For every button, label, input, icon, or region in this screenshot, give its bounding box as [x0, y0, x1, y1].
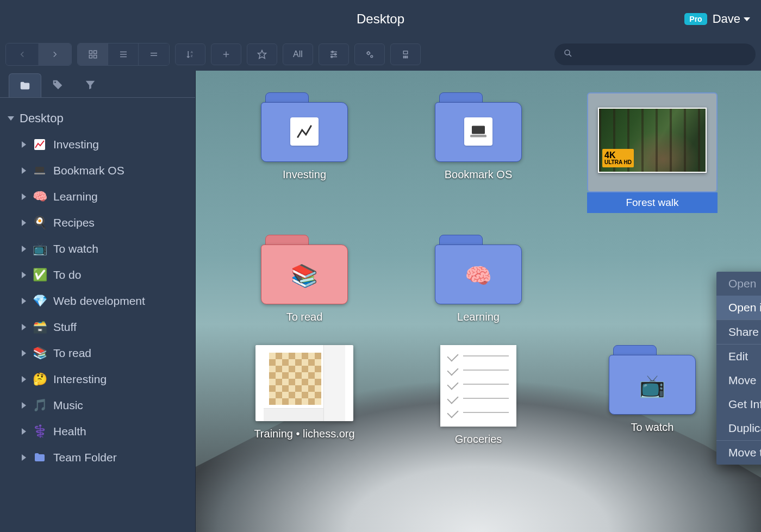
preferences-button[interactable] [354, 43, 385, 65]
4k-badge: 4KULTRA HD [602, 149, 634, 167]
sidebar-item-label: To read [53, 347, 91, 360]
desktop-item-training-lichess-org[interactable]: Training • lichess.org [239, 345, 370, 446]
svg-rect-22 [403, 51, 408, 54]
sidebar-item-web-development[interactable]: 💎Web development [18, 288, 190, 314]
desktop-item-learning[interactable]: 🧠Learning [413, 235, 544, 323]
folder-icon [19, 80, 31, 92]
search-icon [563, 48, 573, 60]
books-icon: 📚 [291, 263, 318, 289]
sidebar-item-label: Music [53, 399, 83, 412]
sidebar-item-label: Recipes [53, 216, 95, 229]
desktop-item-bookmark-os[interactable]: Bookmark OS [413, 92, 544, 213]
sidebar-tab-folders[interactable] [9, 73, 41, 97]
sidebar-item-label: Health [53, 425, 86, 438]
filter-all-button[interactable]: All [283, 43, 313, 65]
context-menu-item-move-to-trash[interactable]: Move to Trash [716, 441, 761, 465]
context-menu-item-share[interactable]: Share [716, 320, 761, 344]
sidebar-item-icon: 🧠 [33, 190, 47, 204]
disclosure-triangle-icon [22, 141, 26, 148]
plus-icon [221, 49, 231, 59]
desktop-item-investing[interactable]: Investing [239, 92, 370, 213]
settings-sliders-button[interactable] [319, 43, 349, 65]
svg-point-26 [403, 57, 404, 58]
context-menu-item-duplicate[interactable]: Duplicate [716, 416, 761, 440]
sidebar-item-to-do[interactable]: ✅To do [18, 262, 190, 288]
sidebar-item-learning[interactable]: 🧠Learning [18, 184, 190, 210]
desktop-area[interactable]: InvestingBookmark OS4KULTRA HDForest wal… [196, 71, 761, 532]
layout-button[interactable] [390, 43, 421, 65]
chevron-left-icon [17, 49, 27, 59]
sidebar-item-label: Team Folder [53, 451, 117, 464]
sidebar-item-to-watch[interactable]: 📺To watch [18, 236, 190, 262]
svg-point-29 [565, 50, 570, 55]
sidebar-item-icon: ⚕️ [33, 424, 47, 439]
checkmark-icon [447, 350, 458, 361]
grid-view-button[interactable] [78, 43, 108, 65]
sidebar-item-to-read[interactable]: 📚To read [18, 340, 190, 366]
tv-icon: 📺 [639, 373, 666, 399]
folder-icon: 📚 [261, 235, 348, 304]
sidebar-item-icon: 🗃️ [33, 320, 47, 334]
context-menu-item-move[interactable]: Move [716, 368, 761, 392]
sidebar-tab-tags[interactable] [41, 73, 74, 97]
filter-all-label: All [293, 49, 303, 59]
desktop-item-to-watch[interactable]: 📺To watch [587, 345, 718, 446]
desktop-item-label: Learning [457, 311, 500, 323]
sort-button[interactable]: AZ [175, 43, 205, 65]
list-view-button[interactable] [108, 43, 139, 65]
sidebar-item-icon: 🎵 [33, 398, 47, 412]
svg-point-31 [54, 82, 56, 83]
disclosure-triangle-icon [22, 454, 26, 461]
tree-root-desktop[interactable]: Desktop [5, 105, 190, 132]
favorite-button[interactable] [247, 43, 277, 65]
context-menu-item-open[interactable]: Open [716, 272, 761, 296]
context-menu-item-get-info[interactable]: Get Info [716, 392, 761, 416]
sidebar-item-health[interactable]: ⚕️Health [18, 418, 190, 445]
user-menu[interactable]: Dave [713, 12, 750, 26]
laptop-icon [464, 117, 492, 146]
svg-rect-36 [470, 135, 486, 137]
sidebar-item-icon: 📚 [33, 346, 47, 360]
desktop-grid: InvestingBookmark OS4KULTRA HDForest wal… [196, 71, 761, 467]
desktop-item-label: Bookmark OS [445, 168, 512, 181]
sidebar-item-label: Bookmark OS [53, 164, 124, 177]
sidebar-item-stuff[interactable]: 🗃️Stuff [18, 314, 190, 340]
sidebar-item-investing[interactable]: Investing [18, 132, 190, 158]
layout-icon [401, 49, 410, 59]
sidebar-item-icon: 💎 [33, 294, 47, 308]
context-menu-item-open-in-new-tab[interactable]: Open in new tab [716, 296, 761, 320]
desktop-item-to-read[interactable]: 📚To read [239, 235, 370, 323]
svg-rect-34 [34, 173, 45, 174]
svg-point-24 [405, 56, 406, 57]
star-icon [257, 49, 267, 59]
search-field[interactable] [554, 43, 756, 65]
svg-point-27 [405, 57, 406, 58]
add-button[interactable] [211, 43, 241, 65]
sidebar-item-bookmark-os[interactable]: Bookmark OS [18, 158, 190, 184]
folder-icon: 🧠 [435, 235, 522, 304]
svg-rect-1 [93, 51, 96, 53]
sidebar-item-music[interactable]: 🎵Music [18, 392, 190, 418]
compact-view-button[interactable] [139, 43, 169, 65]
sidebar-item-recipes[interactable]: 🍳Recipes [18, 210, 190, 236]
search-input[interactable] [578, 49, 747, 59]
svg-point-28 [407, 57, 408, 58]
toolbar: AZ All [0, 38, 761, 71]
video-thumbnail: 4KULTRA HD [598, 108, 707, 173]
desktop-item-groceries[interactable]: Groceries [413, 345, 544, 446]
sidebar-item-interesting[interactable]: 🤔Interesting [18, 366, 190, 392]
disclosure-triangle-icon [22, 428, 26, 435]
sidebar-item-icon: ✅ [33, 268, 47, 282]
tag-icon [52, 79, 64, 91]
context-menu-item-edit[interactable]: Edit [716, 345, 761, 368]
sidebar-item-label: To do [53, 268, 81, 281]
sidebar-item-team-folder[interactable]: Team Folder [18, 445, 190, 471]
back-button[interactable] [6, 43, 39, 65]
sidebar-tab-filter[interactable] [74, 73, 107, 97]
sort-icon: AZ [185, 49, 195, 59]
disclosure-triangle-icon [22, 167, 26, 174]
desktop-item-forest-walk[interactable]: 4KULTRA HDForest walk [587, 92, 718, 213]
sidebar-item-label: Learning [53, 190, 98, 203]
sidebar-item-icon: 🤔 [33, 372, 47, 386]
forward-button[interactable] [39, 43, 71, 65]
